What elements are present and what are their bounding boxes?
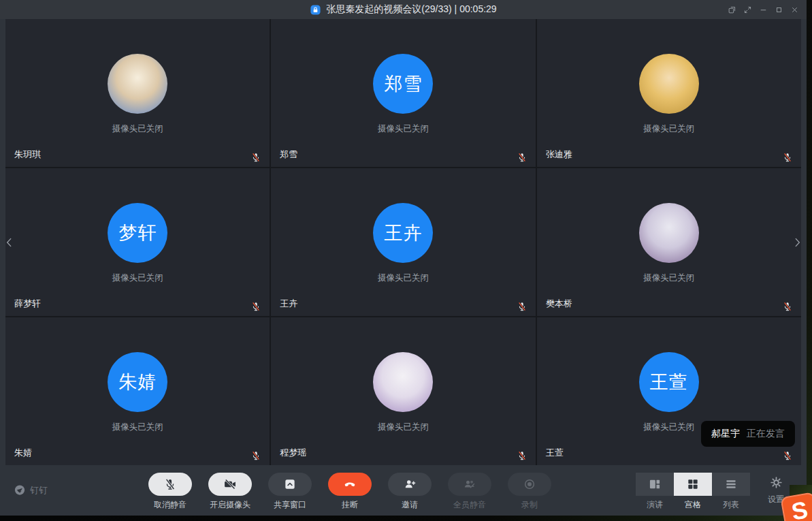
phone-hangup-icon [343, 477, 357, 491]
participant-name: 朱玥琪 [14, 148, 41, 161]
popout-button[interactable] [724, 0, 740, 19]
participant-grid: 摄像头已关闭 朱玥琪 郑雪 摄像头已关闭 郑雪 摄像头已关闭 张迪雅 梦轩 摄像… [5, 19, 801, 465]
toolbar-buttons: 取消静音 开启摄像头 共享窗口 挂断 邀请 全员静音 录制 [146, 473, 554, 511]
maximize-button[interactable] [771, 0, 787, 19]
mic-muted-red-icon [250, 152, 261, 163]
mic-muted-red-icon [250, 450, 261, 461]
participant-name: 郑雪 [280, 148, 297, 161]
camera-status-text: 摄像头已关闭 [271, 123, 535, 135]
camera-status-text: 摄像头已关闭 [271, 422, 535, 433]
participant-avatar: 王萱 [639, 352, 699, 412]
view-mode-group: 演讲宫格列表 [636, 473, 750, 511]
speaker-view-button[interactable] [636, 473, 674, 496]
gear-icon [770, 476, 783, 489]
participant-avatar [639, 54, 699, 114]
participant-tile[interactable]: 朱婧 摄像头已关闭 朱婧 [5, 317, 270, 465]
participant-name: 朱婧 [14, 447, 32, 459]
participant-avatar [373, 352, 433, 412]
camera-status-text: 摄像头已关闭 [5, 422, 270, 433]
screen-share-icon [283, 477, 297, 491]
invite-icon [403, 477, 417, 491]
speaking-toast-name: 郝星宇 [711, 428, 740, 440]
mic-muted-icon [163, 477, 177, 491]
mic-muted-red-icon [250, 301, 261, 312]
speaking-toast-status: 正在发言 [747, 428, 785, 440]
fullscreen-button[interactable] [740, 0, 756, 19]
list-view-label: 列表 [712, 499, 750, 511]
toolbar-right: 演讲宫格列表 设置 [636, 473, 790, 511]
camera-off-icon [223, 477, 237, 491]
bottom-toolbar: 钉钉 取消静音 开启摄像头 共享窗口 挂断 邀请 [0, 466, 807, 516]
participant-avatar [639, 203, 699, 263]
page-prev-button[interactable] [3, 233, 16, 252]
camera-status-text: 摄像头已关闭 [537, 272, 801, 284]
minimize-button[interactable] [756, 0, 771, 19]
participant-name: 樊本桥 [546, 298, 572, 310]
mic-muted-red-icon [517, 301, 527, 312]
camera-button[interactable]: 开启摄像头 [206, 473, 255, 511]
mute-button[interactable]: 取消静音 [146, 473, 195, 511]
record-button: 录制 [505, 473, 554, 511]
mic-muted-red-icon [517, 450, 527, 461]
speaker-view-label: 演讲 [636, 499, 674, 511]
participant-tile[interactable]: 摄像头已关闭 程梦瑶 [271, 317, 535, 465]
list-view-button[interactable] [712, 473, 750, 496]
participant-tile[interactable]: 摄像头已关闭 朱玥琪 [5, 19, 270, 167]
participant-name: 程梦瑶 [280, 447, 306, 459]
mic-muted-red-icon [782, 152, 793, 163]
popout-icon [728, 5, 736, 14]
participant-name: 薛梦轩 [14, 298, 41, 310]
participant-name: 王卉 [280, 298, 297, 310]
camera-status-text: 摄像头已关闭 [537, 123, 801, 135]
participant-tile[interactable]: 摄像头已关闭 樊本桥 [537, 168, 801, 316]
mute-all-icon [463, 477, 476, 491]
participant-tile[interactable]: 王卉 摄像头已关闭 王卉 [271, 168, 535, 316]
grid-view-button[interactable] [674, 473, 712, 496]
screen: 张思秦发起的视频会议(29/33) | 00:05:29 摄像头已关闭 朱玥琪 … [0, 0, 812, 521]
camera-status-text: 摄像头已关闭 [271, 272, 535, 284]
participant-avatar: 郑雪 [373, 54, 433, 114]
dingtalk-logo-icon [14, 484, 26, 496]
camera-status-text: 摄像头已关闭 [5, 123, 270, 135]
participant-tile[interactable]: 郑雪 摄像头已关闭 郑雪 [271, 19, 535, 167]
view-list-icon [724, 477, 738, 491]
lock-shield-icon [310, 4, 321, 16]
participant-avatar [108, 54, 167, 114]
participant-avatar: 梦轩 [108, 203, 167, 263]
minimize-icon [759, 5, 768, 14]
participant-avatar: 朱婧 [108, 352, 167, 412]
hang-up-button[interactable]: 挂断 [325, 473, 374, 511]
title-bar: 张思秦发起的视频会议(29/33) | 00:05:29 [0, 0, 807, 19]
record-icon [523, 477, 536, 491]
window-controls [724, 0, 802, 19]
dingtalk-brand: 钉钉 [14, 484, 48, 496]
desktop-edge-right [807, 0, 812, 521]
view-speaker-icon [648, 477, 662, 491]
page-next-button[interactable] [790, 233, 804, 252]
participant-avatar: 王卉 [373, 203, 433, 263]
mic-muted-red-icon [782, 301, 793, 312]
participant-tile[interactable]: 梦轩 摄像头已关闭 薛梦轩 [5, 168, 270, 316]
participant-name: 王萱 [546, 447, 564, 459]
invite-button[interactable]: 邀请 [385, 473, 434, 511]
participant-name: 张迪雅 [546, 148, 572, 161]
meeting-title-wrap: 张思秦发起的视频会议(29/33) | 00:05:29 [310, 3, 496, 16]
mute-all-button: 全员静音 [445, 473, 494, 511]
fullscreen-icon [743, 5, 752, 14]
dingtalk-brand-label: 钉钉 [30, 484, 48, 496]
meeting-window: 张思秦发起的视频会议(29/33) | 00:05:29 摄像头已关闭 朱玥琪 … [0, 0, 807, 516]
desktop-edge-bottom [0, 516, 812, 521]
maximize-icon [775, 5, 783, 14]
view-grid-icon [686, 477, 700, 491]
desktop-corner: S [790, 485, 812, 521]
close-icon [790, 5, 799, 14]
grid-view-label: 宫格 [674, 499, 712, 511]
close-button[interactable] [787, 0, 802, 19]
participant-tile[interactable]: 摄像头已关闭 张迪雅 [537, 19, 801, 167]
video-stage: 摄像头已关闭 朱玥琪 郑雪 摄像头已关闭 郑雪 摄像头已关闭 张迪雅 梦轩 摄像… [0, 19, 807, 466]
meeting-title: 张思秦发起的视频会议(29/33) | 00:05:29 [326, 3, 496, 16]
mic-muted-red-icon [517, 152, 527, 163]
view-mode-segments [636, 473, 750, 496]
mic-muted-red-icon [782, 450, 793, 461]
share-window-button[interactable]: 共享窗口 [265, 473, 314, 511]
